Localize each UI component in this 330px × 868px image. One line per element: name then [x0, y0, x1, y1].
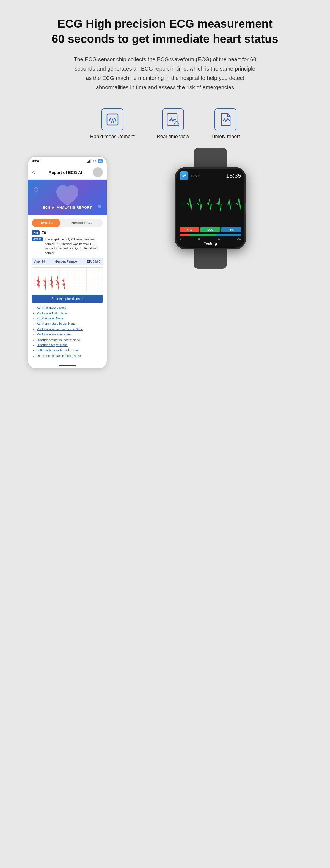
- list-item[interactable]: Junction escape: None: [37, 343, 103, 347]
- list-item[interactable]: Atrial premature beats: None: [37, 322, 103, 326]
- feature-timely-report: Timely report: [211, 108, 240, 140]
- banner-deco-lines: ≡: [98, 203, 102, 210]
- ecg-chart-svg: [32, 268, 103, 292]
- hr-value: 79: [42, 230, 46, 235]
- patient-bp: BP: 89/65: [87, 260, 100, 263]
- progress-label-100: 100: [237, 237, 241, 240]
- progress-label-60: 60: [218, 237, 220, 240]
- svg-rect-8: [90, 159, 91, 163]
- watch-ecg-section: ECG: [180, 172, 200, 180]
- signal-icon: [87, 159, 91, 163]
- phone-status-icons: 26: [87, 159, 103, 163]
- wifi-icon: [92, 159, 97, 163]
- timely-report-icon-box: [215, 108, 237, 130]
- banner-deco-diamond: ◇: [33, 185, 38, 193]
- watch-progress-bar: [180, 234, 241, 236]
- patient-gender: Gender: Female: [55, 260, 77, 263]
- svg-rect-7: [89, 160, 90, 163]
- hr-badge: HR: [32, 230, 39, 235]
- tab-results[interactable]: Results: [32, 219, 60, 227]
- watch-screen: ECG 15:35: [176, 169, 245, 248]
- watch-ecg-label: ECG: [191, 174, 200, 178]
- details-text: The amplitude of QRS waveform was normal…: [45, 237, 103, 255]
- phone-status-bar: 09:41 26: [28, 157, 107, 165]
- list-item[interactable]: Atrial escape: None: [37, 316, 103, 320]
- feature-label-realtime: Real-time view: [157, 134, 189, 140]
- feature-label-rapid: Rapid measurement: [90, 134, 135, 140]
- hr-row: HR 79: [32, 230, 103, 235]
- list-item[interactable]: Left bundle branch block: None: [37, 348, 103, 352]
- phone-nav: < Report of ECG AI: [28, 165, 107, 180]
- ecg-chart-area: [32, 267, 103, 292]
- watch-time: 15:35: [226, 172, 241, 179]
- ecg-waveform-icon: [106, 113, 119, 126]
- list-item[interactable]: Junction premature beats: None: [37, 338, 103, 342]
- watch-waveform: [180, 182, 241, 226]
- progress-label-15: 15: [198, 237, 200, 240]
- list-item[interactable]: Right bundle branch block: None: [37, 354, 103, 358]
- watch-bottom-section: HRV ECG PPG 0 15 60 100 Testin: [180, 227, 241, 246]
- svg-rect-6: [88, 161, 89, 163]
- watch-ecg-app-icon: [180, 172, 188, 180]
- details-row: details The amplitude of QRS waveform wa…: [32, 237, 103, 255]
- svg-rect-5: [87, 161, 88, 163]
- patient-age: Age: 24: [34, 260, 45, 263]
- ecg-ai-banner: ECG AI ANALYSIS REPORT ◇ ≡: [28, 180, 107, 215]
- disease-list: Atrial fibrillation: None Ventricular fl…: [32, 306, 103, 358]
- phone-back-button[interactable]: <: [32, 169, 35, 176]
- tab-normal-ecg[interactable]: Normal ECG: [60, 219, 103, 227]
- patient-info-box: Age: 24 Gender: Female BP: 89/65: [32, 258, 103, 265]
- phone-body: Results Normal ECG HR 79 details The amp…: [28, 215, 107, 362]
- svg-rect-10: [32, 268, 103, 292]
- ecg-banner-label: ECG AI ANALYSIS REPORT: [43, 205, 92, 210]
- list-item[interactable]: Atrial fibrillation: None: [37, 306, 103, 310]
- progress-label-0: 0: [180, 237, 181, 240]
- watch-body: ECG 15:35: [175, 167, 246, 249]
- battery-icon: 26: [98, 159, 103, 163]
- watch-ecg-waveform-svg: [180, 196, 241, 212]
- main-content: 09:41 26: [28, 156, 302, 369]
- hero-description: The ECG sensor chip collects the ECG wav…: [72, 55, 258, 92]
- feature-label-timely: Timely report: [211, 134, 240, 140]
- rapid-measurement-icon-box: [102, 108, 123, 130]
- details-badge: details: [32, 237, 43, 241]
- list-item[interactable]: Ventricular escape: None: [37, 332, 103, 337]
- watch-area: ECG 15:35: [118, 156, 302, 260]
- watch-mode-tabs: HRV ECG PPG: [180, 227, 241, 232]
- searching-disease-button[interactable]: Searching for disease: [32, 295, 103, 303]
- hero-title: ECG High precision ECG measurement 60 se…: [52, 17, 278, 46]
- features-row: Rapid measurement Real-time view: [90, 108, 240, 140]
- realtime-view-icon-box: [162, 108, 184, 130]
- phone-time: 09:41: [32, 159, 41, 163]
- phone-mockup: 09:41 26: [28, 156, 107, 369]
- page-container: ECG High precision ECG measurement 60 se…: [0, 0, 330, 385]
- ecg-search-icon: [166, 113, 180, 126]
- watch-mockup: ECG 15:35: [165, 156, 256, 260]
- ecg-report-icon: [219, 113, 232, 126]
- list-item[interactable]: Ventricular premature beats: None: [37, 327, 103, 331]
- svg-line-4: [178, 125, 179, 126]
- phone-home-indicator: [59, 365, 76, 366]
- watch-top-row: ECG 15:35: [180, 172, 241, 180]
- watch-tab-hrv[interactable]: HRV: [180, 227, 199, 232]
- watch-ecg-icon-svg: [181, 173, 187, 179]
- list-item[interactable]: Ventricular flutter: None: [37, 311, 103, 315]
- watch-tab-ecg[interactable]: ECG: [200, 227, 220, 232]
- feature-rapid-measurement: Rapid measurement: [90, 108, 135, 140]
- watch-crown: [245, 203, 246, 214]
- results-tabs: Results Normal ECG: [32, 219, 103, 227]
- watch-testing-label: Testing: [180, 241, 241, 246]
- phone-nav-avatar: [93, 167, 103, 177]
- watch-tab-ppg[interactable]: PPG: [221, 227, 241, 232]
- phone-nav-title: Report of ECG AI: [38, 170, 93, 175]
- feature-realtime-view: Real-time view: [157, 108, 189, 140]
- watch-progress-labels: 0 15 60 100: [180, 237, 241, 240]
